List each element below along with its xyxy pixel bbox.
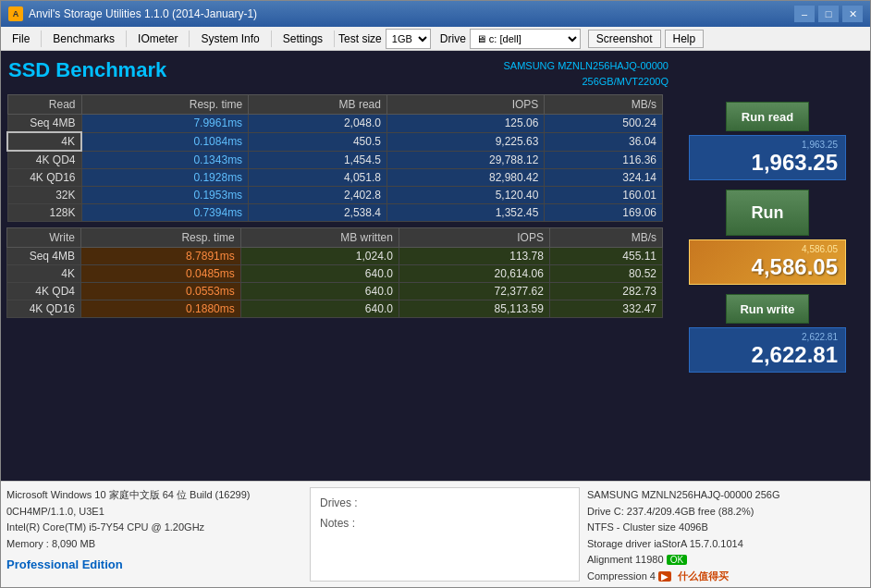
test-size-control: Test size 1GB 2GB 4GB — [338, 29, 431, 49]
cell-mb-read: 4,051.8 — [249, 169, 387, 187]
read-score-box: 1,963.25 1,963.25 — [689, 135, 846, 180]
cell-mbs: 169.06 — [545, 204, 663, 222]
drives-label: Drives : — [320, 494, 570, 514]
cell-iops: 85,113.59 — [399, 300, 549, 318]
cell-mbs: 80.52 — [549, 265, 662, 283]
top-content: SSD Benchmark SAMSUNG MZNLN256HAJQ-00000… — [1, 51, 870, 92]
screenshot-button[interactable]: Screenshot — [588, 30, 661, 48]
cell-mbs: 160.01 — [545, 187, 663, 204]
row-label: 4K QD4 — [7, 283, 81, 300]
cell-resp-time: 0.1953ms — [81, 187, 249, 204]
drive-control: Drive 🖥 c: [dell] — [440, 29, 581, 49]
watermark-text: 什么值得买 — [678, 570, 729, 582]
ntfs-info: NTFS - Cluster size 4096B — [587, 520, 865, 536]
app-icon: A — [8, 6, 23, 21]
table-row: 4K QD4 0.0553ms 640.0 72,377.62 282.73 — [7, 283, 663, 300]
cell-resp-time: 0.1928ms — [81, 169, 249, 187]
cell-mbs: 332.47 — [549, 300, 662, 318]
cell-mbs: 324.14 — [545, 169, 663, 187]
compression-badge: ▶ — [658, 571, 671, 582]
notes-label: Notes : — [320, 514, 570, 534]
cell-resp-time: 0.1343ms — [81, 151, 249, 169]
drive-select[interactable]: 🖥 c: [dell] — [470, 29, 581, 49]
run-button[interactable]: Run — [726, 190, 809, 236]
professional-edition: Professional Edition — [6, 556, 302, 575]
app-window: A Anvil's Storage Utilities 1.1.0 (2014-… — [0, 0, 871, 588]
table-row: Seq 4MB 7.9961ms 2,048.0 125.06 500.24 — [7, 115, 663, 133]
cell-mb-read: 450.5 — [249, 132, 387, 151]
run-read-button[interactable]: Run read — [726, 102, 809, 131]
statusbar: Microsoft Windows 10 家庭中文版 64 位 Build (1… — [1, 481, 870, 587]
read-score-section: Run read 1,963.25 1,963.25 — [670, 102, 865, 180]
cell-mb-read: 2,048.0 — [249, 115, 387, 133]
resp-time-header: Resp. time — [81, 95, 249, 115]
menu-settings[interactable]: Settings — [276, 30, 330, 48]
write-table: Write Resp. time MB written IOPS MB/s Se… — [6, 227, 663, 318]
overall-score-sub: 4,586.05 — [697, 244, 838, 254]
mb-read-header: MB read — [249, 95, 387, 115]
ssd-benchmark-title: SSD Benchmark — [8, 58, 166, 82]
close-button[interactable]: ✕ — [842, 6, 863, 22]
row-label: 4K QD4 — [7, 151, 81, 169]
status-right: SAMSUNG MZNLN256HAJQ-00000 256G Drive C:… — [587, 487, 865, 582]
cell-mbs: 455.11 — [549, 248, 662, 265]
cell-iops: 125.06 — [386, 115, 544, 133]
os-info: Microsoft Windows 10 家庭中文版 64 位 Build (1… — [6, 487, 302, 504]
menu-benchmarks[interactable]: Benchmarks — [45, 30, 122, 48]
table-row: 32K 0.1953ms 2,402.8 5,120.40 160.01 — [7, 187, 663, 204]
device-full: SAMSUNG MZNLN256HAJQ-00000 256G — [587, 487, 865, 504]
menu-iometer[interactable]: IOmeter — [130, 30, 185, 48]
main-content: Read Resp. time MB read IOPS MB/s Seq 4M… — [1, 92, 870, 384]
table-row: 4K QD16 0.1928ms 4,051.8 82,980.42 324.1… — [7, 169, 663, 187]
menu-separator-3 — [189, 31, 190, 47]
score-panel: Run read 1,963.25 1,963.25 Run 4,586.05 … — [670, 94, 865, 382]
cell-resp-time: 0.0553ms — [81, 283, 241, 300]
test-size-label: Test size — [338, 32, 382, 45]
memory-info: Memory : 8,090 MB — [6, 536, 302, 553]
row-label: 4K — [7, 132, 81, 151]
write-score-box: 2,622.81 2,622.81 — [689, 327, 846, 373]
mb-written-header: MB written — [240, 228, 399, 248]
cell-resp-time: 0.0485ms — [81, 265, 241, 283]
minimize-button[interactable]: – — [794, 6, 815, 22]
drive-c: Drive C: 237.4/209.4GB free (88.2%) — [587, 504, 865, 521]
mbs-header-w: MB/s — [549, 228, 662, 248]
table-row: 4K QD16 0.1880ms 640.0 85,113.59 332.47 — [7, 300, 663, 318]
overall-score-main: 4,586.05 — [697, 254, 838, 280]
table-row: Seq 4MB 8.7891ms 1,024.0 113.78 455.11 — [7, 248, 663, 265]
write-score-section: Run write 2,622.81 2,622.81 — [670, 294, 865, 373]
tables-panel: Read Resp. time MB read IOPS MB/s Seq 4M… — [6, 94, 663, 382]
cell-mb-written: 640.0 — [240, 265, 399, 283]
run-write-button[interactable]: Run write — [726, 294, 809, 324]
menu-system-info[interactable]: System Info — [193, 30, 266, 48]
read-table: Read Resp. time MB read IOPS MB/s Seq 4M… — [6, 94, 663, 222]
cell-mbs: 282.73 — [549, 283, 662, 300]
mbs-header: MB/s — [545, 95, 663, 115]
alignment-info: Alignment 11980 OK — [587, 552, 865, 569]
cell-mbs: 36.04 — [545, 132, 663, 151]
cell-iops: 72,377.62 — [399, 283, 549, 300]
resp-time-header-w: Resp. time — [81, 228, 241, 248]
cell-iops: 5,120.40 — [386, 187, 544, 204]
cell-mbs: 116.36 — [545, 151, 663, 169]
storage-driver: Storage driver iaStorA 15.7.0.1014 — [587, 536, 865, 553]
cell-mb-read: 1,454.5 — [249, 151, 387, 169]
cell-iops: 20,614.06 — [399, 265, 549, 283]
table-row: 4K 0.0485ms 640.0 20,614.06 80.52 — [7, 265, 663, 283]
menu-file[interactable]: File — [5, 30, 37, 48]
maximize-button[interactable]: □ — [818, 6, 839, 22]
help-button[interactable]: Help — [665, 30, 705, 48]
cell-resp-time: 0.7394ms — [81, 204, 249, 222]
compression-info: Compression 4 ▶ 什么值得买 — [587, 569, 865, 585]
row-label: 4K QD16 — [7, 169, 81, 187]
overall-score-section: Run 4,586.05 4,586.05 — [670, 190, 865, 285]
device-line1: SAMSUNG MZNLN256HAJQ-00000 — [503, 58, 669, 74]
device-line2: 256GB/MVT2200Q — [503, 74, 669, 90]
row-label: 128K — [7, 204, 81, 222]
window-controls: – □ ✕ — [794, 6, 863, 22]
test-size-select[interactable]: 1GB 2GB 4GB — [386, 29, 431, 49]
cell-iops: 29,788.12 — [386, 151, 544, 169]
device-info: SAMSUNG MZNLN256HAJQ-00000 256GB/MVT2200… — [503, 58, 669, 89]
cell-iops: 113.78 — [399, 248, 549, 265]
table-row: 128K 0.7394ms 2,538.4 1,352.45 169.06 — [7, 204, 663, 222]
